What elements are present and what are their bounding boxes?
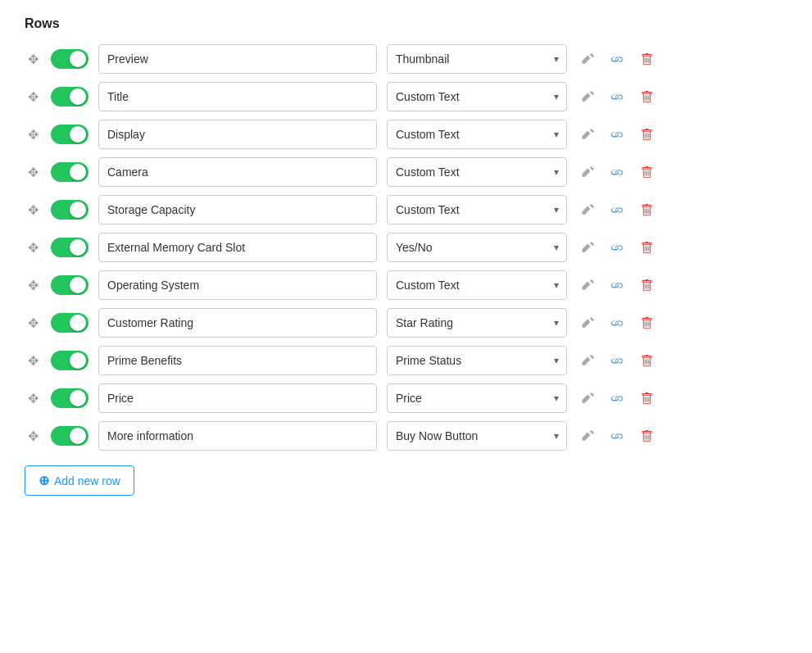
drag-handle-icon[interactable]: ✥ [25,315,41,331]
row-toggle[interactable] [51,351,88,370]
link-button[interactable] [606,199,628,220]
table-row: ✥ThumbnailCustom TextYes/NoStar RatingPr… [25,195,787,224]
drag-handle-icon[interactable]: ✥ [25,353,41,369]
row-toggle[interactable] [51,313,88,333]
delete-button[interactable] [636,161,657,183]
row-label-input[interactable] [98,233,377,262]
rows-container: ✥ThumbnailCustom TextYes/NoStar RatingPr… [25,44,787,451]
row-type-select-wrapper: ThumbnailCustom TextYes/NoStar RatingPri… [387,157,567,187]
link-button[interactable] [606,274,628,296]
drag-handle-icon[interactable]: ✥ [25,89,41,105]
row-actions [577,388,657,409]
drag-handle-icon[interactable]: ✥ [25,127,41,143]
drag-handle-icon[interactable]: ✥ [25,202,41,218]
row-label-input[interactable] [98,120,377,149]
row-toggle[interactable] [51,125,88,144]
edit-button[interactable] [577,388,598,409]
row-type-select[interactable]: ThumbnailCustom TextYes/NoStar RatingPri… [387,270,567,300]
row-type-select[interactable]: ThumbnailCustom TextYes/NoStar RatingPri… [387,383,567,413]
edit-button[interactable] [577,312,598,333]
add-new-row-button[interactable]: ⊕ Add new row [25,465,134,496]
table-row: ✥ThumbnailCustom TextYes/NoStar RatingPr… [25,308,787,338]
drag-handle-icon[interactable]: ✥ [25,278,41,293]
edit-button[interactable] [577,161,598,183]
row-actions [577,237,657,258]
row-label-input[interactable] [98,82,377,111]
table-row: ✥ThumbnailCustom TextYes/NoStar RatingPr… [25,421,787,451]
link-button[interactable] [606,161,628,183]
row-type-select-wrapper: ThumbnailCustom TextYes/NoStar RatingPri… [387,44,567,74]
edit-button[interactable] [577,86,598,107]
section-title: Rows [25,16,787,31]
row-type-select-wrapper: ThumbnailCustom TextYes/NoStar RatingPri… [387,82,567,111]
delete-button[interactable] [636,124,657,145]
row-type-select-wrapper: ThumbnailCustom TextYes/NoStar RatingPri… [387,346,567,375]
delete-button[interactable] [636,312,657,333]
row-toggle[interactable] [51,275,88,295]
table-row: ✥ThumbnailCustom TextYes/NoStar RatingPr… [25,383,787,413]
row-label-input[interactable] [98,270,377,300]
link-button[interactable] [606,124,628,145]
link-button[interactable] [606,48,628,70]
row-label-input[interactable] [98,383,377,413]
drag-handle-icon[interactable]: ✥ [25,165,41,180]
delete-button[interactable] [636,199,657,220]
row-toggle[interactable] [51,87,88,107]
plus-icon: ⊕ [39,473,49,488]
link-button[interactable] [606,350,628,371]
table-row: ✥ThumbnailCustom TextYes/NoStar RatingPr… [25,346,787,375]
drag-handle-icon[interactable]: ✥ [25,391,41,406]
delete-button[interactable] [636,350,657,371]
link-button[interactable] [606,425,628,447]
row-type-select[interactable]: ThumbnailCustom TextYes/NoStar RatingPri… [387,120,567,149]
row-type-select-wrapper: ThumbnailCustom TextYes/NoStar RatingPri… [387,120,567,149]
row-toggle[interactable] [51,49,88,69]
link-button[interactable] [606,86,628,107]
link-button[interactable] [606,237,628,258]
row-toggle[interactable] [51,200,88,220]
row-type-select-wrapper: ThumbnailCustom TextYes/NoStar RatingPri… [387,383,567,413]
edit-button[interactable] [577,274,598,296]
edit-button[interactable] [577,350,598,371]
row-label-input[interactable] [98,44,377,74]
drag-handle-icon[interactable]: ✥ [25,429,41,444]
delete-button[interactable] [636,388,657,409]
add-row-label: Add new row [54,474,120,487]
row-type-select-wrapper: ThumbnailCustom TextYes/NoStar RatingPri… [387,195,567,224]
row-toggle[interactable] [51,162,88,182]
row-type-select-wrapper: ThumbnailCustom TextYes/NoStar RatingPri… [387,233,567,262]
edit-button[interactable] [577,199,598,220]
delete-button[interactable] [636,48,657,70]
drag-handle-icon[interactable]: ✥ [25,240,41,256]
row-type-select[interactable]: ThumbnailCustom TextYes/NoStar RatingPri… [387,421,567,451]
row-label-input[interactable] [98,308,377,338]
row-label-input[interactable] [98,346,377,375]
row-type-select[interactable]: ThumbnailCustom TextYes/NoStar RatingPri… [387,346,567,375]
edit-button[interactable] [577,425,598,447]
link-button[interactable] [606,312,628,333]
table-row: ✥ThumbnailCustom TextYes/NoStar RatingPr… [25,270,787,300]
row-toggle[interactable] [51,238,88,257]
row-label-input[interactable] [98,421,377,451]
edit-button[interactable] [577,124,598,145]
link-button[interactable] [606,388,628,409]
delete-button[interactable] [636,274,657,296]
table-row: ✥ThumbnailCustom TextYes/NoStar RatingPr… [25,157,787,187]
edit-button[interactable] [577,237,598,258]
row-toggle[interactable] [51,426,88,446]
delete-button[interactable] [636,237,657,258]
row-type-select[interactable]: ThumbnailCustom TextYes/NoStar RatingPri… [387,195,567,224]
row-type-select[interactable]: ThumbnailCustom TextYes/NoStar RatingPri… [387,82,567,111]
drag-handle-icon[interactable]: ✥ [25,52,41,67]
edit-button[interactable] [577,48,598,70]
row-type-select[interactable]: ThumbnailCustom TextYes/NoStar RatingPri… [387,233,567,262]
row-type-select[interactable]: ThumbnailCustom TextYes/NoStar RatingPri… [387,44,567,74]
delete-button[interactable] [636,86,657,107]
row-actions [577,312,657,333]
row-type-select[interactable]: ThumbnailCustom TextYes/NoStar RatingPri… [387,157,567,187]
row-toggle[interactable] [51,388,88,408]
delete-button[interactable] [636,425,657,447]
row-label-input[interactable] [98,157,377,187]
row-type-select[interactable]: ThumbnailCustom TextYes/NoStar RatingPri… [387,308,567,338]
row-label-input[interactable] [98,195,377,224]
